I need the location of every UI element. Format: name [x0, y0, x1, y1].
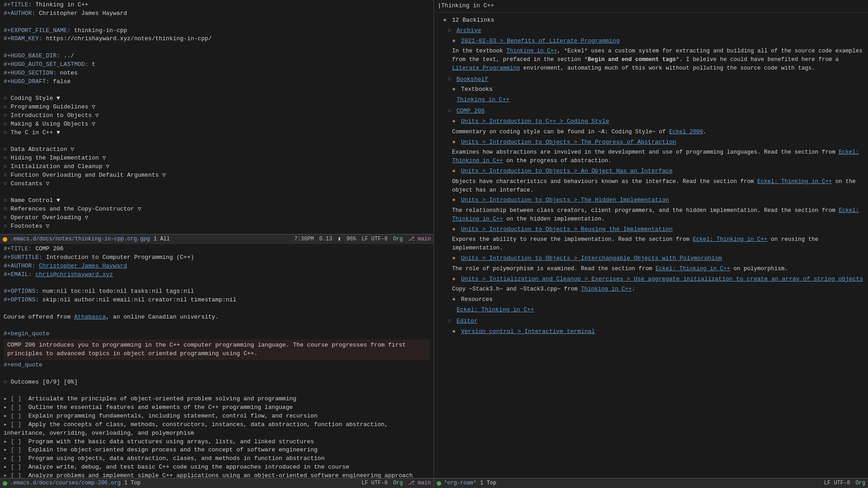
todo-7: ▸ [ ] Program using objects, data abstra…: [4, 455, 430, 463]
todo-5: ▸ [ ] Program with the basic data struct…: [4, 438, 430, 446]
comp206-item-3: ● Units > Introduction to Objects > An O…: [452, 167, 863, 176]
eckel-tic-link-5[interactable]: Eckel: Thinking in C++: [693, 236, 768, 243]
todo-1: ▸ [ ] Articulate the principles of objec…: [4, 395, 430, 404]
comp206-item-6: ● Units > Introduction to Objects > Inte…: [452, 254, 863, 263]
thinking-cpp-link-7[interactable]: Thinking in C++: [581, 286, 632, 292]
eckel-tic-link-4[interactable]: Eckel: Thinking in C++: [452, 207, 859, 222]
comp206-path-3[interactable]: Units > Introduction to Objects > An Obj…: [461, 168, 673, 174]
backlinks-count: 12 Backlinks: [452, 17, 495, 23]
comp206-body-6: The role of polymorphism is examined. Re…: [452, 265, 863, 273]
top-modeline-mode: Org: [393, 235, 403, 243]
literate-programming-link[interactable]: Literate Programming: [452, 65, 520, 71]
comp206-item-5: ● Units > Introduction to Objects > Reus…: [452, 225, 863, 234]
modeline-dot-bottom: [3, 481, 7, 486]
todo-4: ▸ [ ] Apply the concepts of class, metho…: [4, 421, 430, 438]
comp206-path-1[interactable]: Units > Introduction to C++ > Coding Sty…: [461, 118, 609, 125]
top-modeline-time: 7:38PM: [294, 235, 314, 243]
bottom-modeline: .emacs.d/docs/courses/comp-206.org 1 Top…: [0, 478, 434, 488]
comp206-path-4[interactable]: Units > Introduction to Objects > The Hi…: [461, 197, 669, 203]
right-modeline-buffer: *org-roam*: [444, 479, 476, 487]
editor-item: ● Version control > Interactive terminal: [452, 328, 863, 336]
comp206-link[interactable]: COMP 206: [457, 108, 485, 114]
left-pane: #+TITLE: Thinking in C++ #+AUTHOR: Chris…: [0, 0, 434, 488]
right-modeline-enc: LF UTF-8: [824, 479, 850, 487]
comp206-body-5: Expores the ability to reuse the impleme…: [452, 235, 863, 253]
top-editor[interactable]: #+TITLE: Thinking in C++ #+AUTHOR: Chris…: [0, 0, 434, 234]
backlinks-section: ● 12 Backlinks ○ Archive ● 2021-02-03 > …: [439, 14, 863, 340]
email-link[interactable]: chris@chrishayward.xyz: [35, 271, 113, 278]
comp206-item-7: ● Units > Initialization and Cleanup > E…: [452, 275, 863, 284]
comp206-body-4: The relationship between class creators,…: [452, 206, 863, 224]
eckel-tic-link-6[interactable]: Eckel: Thinking in C++: [656, 266, 730, 272]
comp206-body-2: Examines how abstractions are involved i…: [452, 148, 863, 165]
top-modeline-pct: 96%: [346, 235, 356, 243]
top-modeline-enc: LF UTF-8: [362, 235, 388, 243]
comp206-body-7: Copy ~Stack3.h~ and ~Stack3.cpp~ from Th…: [452, 285, 863, 294]
bottom-modeline-pos: 1 Top: [124, 479, 141, 487]
archive-date-path[interactable]: 2021-02-03 > Benefits of Literate Progra…: [461, 38, 620, 44]
thinking-cpp-link-1[interactable]: Thinking in C++: [506, 48, 557, 54]
right-modeline-pos: 1 Top: [480, 479, 496, 487]
eckel-thinking-cpp-res-link[interactable]: Eckel: Thinking in C++: [457, 306, 534, 313]
eckel2000-link[interactable]: Eckel 2000: [669, 129, 703, 135]
bookshelf-thinking-cpp-link[interactable]: Thinking in C++: [457, 96, 509, 103]
bookshelf-textbooks: ● Textbooks: [452, 85, 863, 94]
comp206-resources: ● Resources: [452, 296, 863, 304]
editor-link[interactable]: Editor: [457, 318, 478, 324]
right-title: |Thinking in C++: [434, 0, 868, 13]
editor-path[interactable]: Version control > Interactive terminal: [461, 328, 595, 335]
author-link[interactable]: Christopher James Hayward: [39, 263, 127, 269]
right-modeline-mode: Org: [855, 479, 865, 487]
todo-9: ▸ [ ] Analyze problems and implement sim…: [4, 472, 430, 478]
comp206-item-2: ● Units > Introduction to Objects > The …: [452, 138, 863, 147]
athabasca-line: Course offered from Athabasca, an online…: [4, 313, 430, 322]
top-modeline-branch: ⎇ main: [408, 235, 431, 243]
comp206-item-4: ● Units > Introduction to Objects > The …: [452, 196, 863, 205]
top-modeline-col: 0.13: [319, 235, 332, 243]
top-modeline-pos: 1 All: [154, 235, 170, 243]
archive-date-item: ● 2021-02-03 > Benefits of Literate Prog…: [452, 37, 863, 46]
comp206-item-1: ● Units > Introduction to C++ > Coding S…: [452, 117, 863, 126]
line-title-kw: #+TITLE:: [4, 1, 35, 8]
bottom-modeline-branch: ⎇ main: [408, 479, 431, 487]
comp206-path-7[interactable]: Units > Initialization and Cleanup > Exe…: [461, 276, 863, 282]
comp206-path-2[interactable]: Units > Introduction to Objects > The Pr…: [461, 139, 676, 145]
todo-8: ▸ [ ] Analyze write, debug, and test bas…: [4, 463, 430, 472]
bookshelf-section: ○ Bookshelf: [448, 75, 863, 84]
todo-3: ▸ [ ] Explain programming fundamentals, …: [4, 412, 430, 421]
top-modeline-file: .emacs.d/docs/notes/thinking-in-cpp.org.…: [10, 235, 150, 243]
archive-body: In the textbook Thinking in C++, *Eckel*…: [452, 47, 863, 72]
top-modeline: .emacs.d/docs/notes/thinking-in-cpp.org.…: [0, 234, 434, 244]
comp206-body-3: Objects have characteristics and behavio…: [452, 178, 863, 195]
right-pane: |Thinking in C++ ● 12 Backlinks ○ Archiv…: [434, 0, 868, 488]
athabasca-link[interactable]: Athabasca: [74, 314, 106, 320]
right-content[interactable]: ● 12 Backlinks ○ Archive ● 2021-02-03 > …: [434, 13, 868, 478]
bottom-modeline-mode: Org: [393, 479, 403, 487]
comp206-section: ○ COMP 206: [448, 107, 863, 116]
right-modeline: *org-roam* 1 Top LF UTF-8 Org: [434, 478, 868, 488]
eckel-tic-link-3[interactable]: Eckel: Thinking in C++: [757, 178, 832, 185]
comp206-path-5[interactable]: Units > Introduction to Objects > Reusin…: [461, 226, 673, 233]
right-buffer-title: |Thinking in C++: [438, 2, 494, 9]
bookshelf-thinking-cpp: Thinking in C++: [457, 96, 863, 104]
bottom-modeline-enc: LF UTF-8: [362, 479, 388, 487]
bottom-modeline-file: .emacs.d/docs/courses/comp-206.org: [10, 479, 121, 487]
todo-6: ▸ [ ] Explain the object-oriented design…: [4, 446, 430, 455]
bookshelf-link[interactable]: Bookshelf: [457, 76, 488, 83]
comp206-path-6[interactable]: Units > Introduction to Objects > Interc…: [461, 255, 722, 262]
right-modeline-dot-left: [437, 481, 441, 486]
quote-block: COMP 206 introduces you to programming i…: [4, 339, 430, 360]
archive-link[interactable]: Archive: [457, 27, 481, 34]
todo-2: ▸ [ ] Outline the essential features and…: [4, 404, 430, 412]
editor-section: ○ Editor: [448, 317, 863, 326]
modeline-dot-top: [3, 237, 7, 242]
bottom-editor[interactable]: #+TITLE: COMP 206 #+SUBTITLE: Introducti…: [0, 244, 434, 478]
comp206-resources-link: Eckel: Thinking in C++: [457, 306, 863, 314]
comp206-body-1: Commentary on coding style can be found …: [452, 128, 863, 136]
eckel-tic-link-2[interactable]: Eckel: Thinking in C++: [452, 149, 859, 164]
archive-section: ○ Archive: [448, 27, 863, 35]
